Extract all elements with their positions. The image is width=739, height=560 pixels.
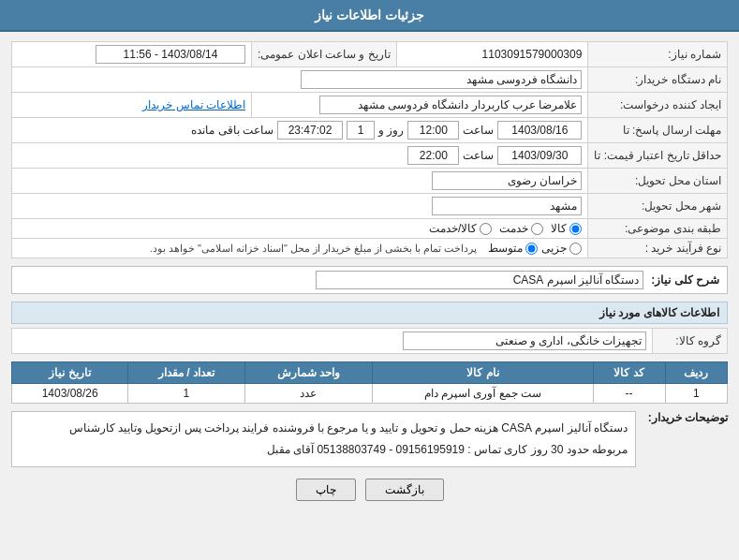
- tarikh-label: تاریخ و ساعت اعلان عمومی:: [252, 42, 397, 67]
- noe-desc: پرداخت تمام با بخشی از مبلغ خریدار از مح…: [150, 243, 478, 255]
- tabaghe-kala-item: کالا: [551, 222, 582, 235]
- shahr-input: مشهد: [432, 197, 582, 215]
- ettelaat-tamas-link[interactable]: اطلاعات تماس خریدار: [142, 98, 245, 111]
- mohlat-roz: 1: [347, 121, 375, 140]
- noe-jozi-item: جزیی: [541, 242, 582, 255]
- mohlat-saat-val: 23:47:02: [277, 121, 343, 140]
- ostan-value: خراسان رضوی: [12, 169, 588, 194]
- buyer-container: توضیحات خریدار: دستگاه آنالیز اسپرم CASA…: [11, 411, 728, 471]
- buyer-desc1: دستگاه آنالیز اسپرم CASA هزینه حمل و تحو…: [20, 418, 628, 439]
- groheKala-input: تجهیزات خانگی، اداری و صنعتی: [403, 332, 646, 350]
- namDastgah-input: دانشگاه فردوسی مشهد: [301, 70, 582, 89]
- table-row: 1 -- ست جمع آوری اسپرم دام عدد 1 1403/08…: [12, 384, 728, 404]
- sarh-label: شرح کلی نیاز:: [651, 273, 719, 287]
- col-radif: ردیف: [665, 362, 727, 384]
- jadaval-label: حداقل تاریخ اعتبار قیمت: تا: [588, 143, 728, 169]
- tabaghe-khedmat-radio[interactable]: [531, 223, 543, 235]
- tabaghe-khedmat-label: خدمت: [499, 222, 528, 235]
- jadaval-saat-label: ساعت: [463, 149, 494, 162]
- mohlat-time: 12:00: [407, 121, 459, 140]
- cell-vahed: عدد: [244, 384, 373, 404]
- col-tarikh: تاریخ نیاز: [12, 362, 128, 384]
- tabaghe-kala-radio[interactable]: [569, 223, 582, 235]
- goods-table: ردیف کد کالا نام کالا واحد شمارش تعداد /…: [11, 361, 728, 404]
- buyer-desc2: مربوطه حدود 30 روز کاری تماس : 091561959…: [20, 439, 628, 461]
- main-info-table: شماره نیاز: 1103091579000309 تاریخ و ساع…: [11, 41, 728, 258]
- tabaghe-kala-label: کالا: [551, 222, 567, 235]
- noe-motavasset-label: متوسط: [488, 242, 523, 255]
- col-vahed: واحد شمارش: [244, 362, 373, 384]
- cell-kod: --: [593, 384, 665, 404]
- ijadKonande-input: علامرضا عرب کاربردار دانشگاه فردوسی مشهد: [319, 96, 582, 114]
- tarikh-input: 1403/08/14 - 11:56: [96, 45, 245, 64]
- shomareNiaz-value: 1103091579000309: [396, 42, 588, 67]
- cell-name: ست جمع آوری اسپرم دام: [373, 384, 593, 404]
- sarh-container: شرح کلی نیاز: دستگاه آنالیز اسپرم CASA: [11, 266, 728, 294]
- tabaghe-value: کالا خدمت کالا/خدمت: [12, 219, 588, 239]
- print-button[interactable]: چاپ: [296, 479, 356, 501]
- shomareNiaz-label: شماره نیاز:: [588, 42, 728, 67]
- buyer-desc: دستگاه آنالیز اسپرم CASA هزینه حمل و تحو…: [11, 411, 636, 467]
- noe-jozi-label: جزیی: [541, 242, 567, 255]
- cell-radif: 1: [665, 384, 727, 404]
- tabaghe-kala-khedmat-label: کالا/خدمت: [429, 222, 477, 235]
- ijadKonande-value: علامرضا عرب کاربردار دانشگاه فردوسی مشهد: [252, 93, 588, 118]
- noe-value: جزیی متوسط پرداخت تمام با بخشی از مبلغ خ…: [12, 239, 588, 258]
- sarh-input: دستگاه آنالیز اسپرم CASA: [316, 271, 643, 289]
- page-header: جزئیات اطلاعات نیاز: [0, 0, 739, 32]
- ijadKonande-label: ایجاد کننده درخواست:: [588, 93, 728, 118]
- col-name: نام کالا: [373, 362, 593, 384]
- mohlat-date: 1403/08/16: [497, 121, 582, 140]
- ostan-label: استان محل تحویل:: [588, 169, 728, 194]
- kalas-section-title: اطلاعات کالاهای مورد نیاز: [11, 302, 728, 324]
- roz-label: روز و: [378, 124, 404, 137]
- mohlat-value: 1403/08/16 ساعت 12:00 روز و 1 23:47:02 س…: [12, 118, 588, 143]
- tabaghe-kala-khedmat-item: کالا/خدمت: [429, 222, 492, 235]
- ostan-input: خراسان رضوی: [432, 171, 582, 190]
- cell-tarikh: 1403/08/26: [12, 384, 128, 404]
- noe-jozi-radio[interactable]: [569, 243, 582, 255]
- tarikh-value: 1403/08/14 - 11:56: [12, 42, 252, 67]
- jadaval-date: 1403/09/30: [497, 146, 582, 165]
- sarh-value: دستگاه آنالیز اسپرم CASA: [20, 271, 643, 289]
- groheKala-label: گروه کالا:: [653, 329, 728, 354]
- tabaghe-kala-khedmat-radio[interactable]: [480, 223, 492, 235]
- shahr-value: مشهد: [12, 194, 588, 219]
- tabaghe-khedmat-item: خدمت: [499, 222, 543, 235]
- noe-label: نوع فرآیند خرید :: [588, 239, 728, 258]
- grohe-kala-table: گروه کالا: تجهیزات خانگی، اداری و صنعتی: [11, 328, 728, 354]
- button-bar: بازگشت چاپ: [11, 479, 728, 501]
- col-kod: کد کالا: [593, 362, 665, 384]
- cell-tedad: 1: [128, 384, 244, 404]
- col-tedad: تعداد / مقدار: [128, 362, 244, 384]
- jadaval-time: 22:00: [407, 146, 459, 165]
- shahr-label: شهر محل تحویل:: [588, 194, 728, 219]
- buyer-label: توضیحات خریدار:: [643, 411, 728, 424]
- noe-motavasset-item: متوسط: [488, 242, 538, 255]
- baqi-label: ساعت باقی مانده: [191, 124, 273, 137]
- page-title: جزئیات اطلاعات نیاز: [315, 7, 424, 22]
- namDastgah-label: نام دستگاه خریدار:: [588, 67, 728, 93]
- mohlat-label: مهلت ارسال پاسخ: تا: [588, 118, 728, 143]
- jadaval-value: 1403/09/30 ساعت 22:00: [12, 143, 588, 169]
- noe-motavasset-radio[interactable]: [525, 243, 538, 255]
- back-button[interactable]: بازگشت: [365, 479, 444, 501]
- tabaghe-label: طبقه بندی موضوعی:: [588, 219, 728, 239]
- saat-label: ساعت: [463, 124, 494, 137]
- namDastgah-value: دانشگاه فردوسی مشهد: [12, 67, 588, 93]
- ettelaat-tamas-cell: اطلاعات تماس خریدار: [12, 93, 252, 118]
- groheKala-value: تجهیزات خانگی، اداری و صنعتی: [12, 329, 653, 354]
